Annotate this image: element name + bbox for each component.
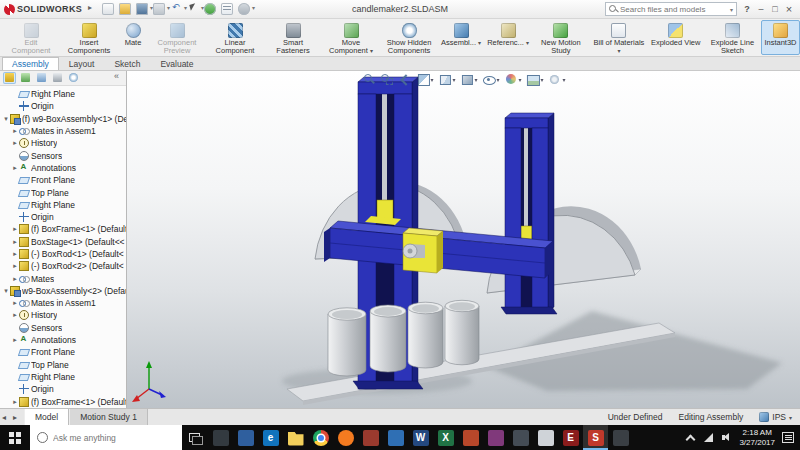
- propertymanager-tab-icon[interactable]: [19, 72, 32, 84]
- maximize-icon[interactable]: [768, 3, 782, 16]
- tree-item[interactable]: (-) BoxRod<1> (Default<: [0, 248, 126, 260]
- ribbon-button[interactable]: Instant3D: [761, 20, 799, 55]
- zoom-area-icon[interactable]: [379, 73, 393, 86]
- ribbon-button[interactable]: Move Component: [322, 20, 380, 55]
- ribbon-button[interactable]: Component Preview Window: [148, 20, 206, 55]
- configurationmanager-tab-icon[interactable]: [35, 72, 48, 84]
- tree-item[interactable]: Annotations: [0, 162, 126, 174]
- cortana-search-input[interactable]: [53, 433, 175, 443]
- rebuild-icon[interactable]: [204, 3, 216, 15]
- apply-scene-icon[interactable]: [526, 73, 544, 86]
- expand-arrow-icon[interactable]: [11, 127, 19, 135]
- save-icon[interactable]: [136, 3, 148, 15]
- expand-arrow-icon[interactable]: [11, 336, 19, 344]
- options-icon[interactable]: [238, 3, 250, 15]
- assembly-model[interactable]: [127, 71, 800, 408]
- panel-flyout-icon[interactable]: [113, 72, 123, 84]
- featuremanager-tab-icon[interactable]: [3, 72, 16, 84]
- file-properties-icon[interactable]: [221, 3, 233, 15]
- tree-item[interactable]: Origin: [0, 383, 126, 395]
- taskbar-app-button[interactable]: S: [583, 425, 608, 450]
- tree-item[interactable]: Top Plane: [0, 359, 126, 371]
- taskbar-app-button[interactable]: [383, 425, 408, 450]
- taskbar-app-button[interactable]: E: [558, 425, 583, 450]
- command-tab[interactable]: Assembly: [2, 57, 59, 70]
- tree-item[interactable]: Origin: [0, 100, 126, 112]
- tree-item[interactable]: Top Plane: [0, 186, 126, 198]
- taskbar-app-button[interactable]: [608, 425, 633, 450]
- ribbon-button[interactable]: Explode Line Sketch: [703, 20, 761, 55]
- command-tab[interactable]: Evaluate: [150, 57, 203, 70]
- taskbar-app-button[interactable]: [333, 425, 358, 450]
- view-settings-icon[interactable]: [548, 73, 566, 86]
- tray-chevron-icon[interactable]: [685, 432, 696, 443]
- ribbon-button[interactable]: Edit Component: [2, 20, 60, 55]
- ribbon-button[interactable]: Insert Components: [60, 20, 118, 55]
- tree-item[interactable]: Right Plane: [0, 88, 126, 100]
- command-tab[interactable]: Layout: [59, 57, 105, 70]
- tree-item[interactable]: Right Plane: [0, 371, 126, 383]
- taskbar-app-button[interactable]: [283, 425, 308, 450]
- previous-view-icon[interactable]: [397, 73, 411, 86]
- tree-item[interactable]: Mates in Assem1: [0, 125, 126, 137]
- expand-arrow-icon[interactable]: [11, 311, 19, 319]
- model-tab[interactable]: Motion Study 1: [69, 409, 148, 425]
- displaymanager-tab-icon[interactable]: [67, 72, 80, 84]
- tray-volume-icon[interactable]: [721, 432, 732, 443]
- zoom-fit-icon[interactable]: [361, 73, 375, 86]
- close-icon[interactable]: [782, 3, 796, 16]
- model-tabs-next-icon[interactable]: [13, 413, 22, 422]
- units-selector[interactable]: IPS: [759, 412, 792, 422]
- taskbar-app-button[interactable]: [308, 425, 333, 450]
- tree-item[interactable]: Origin: [0, 211, 126, 223]
- cans[interactable]: [328, 300, 479, 376]
- ribbon-button[interactable]: Smart Fasteners: [264, 20, 322, 55]
- tree-item[interactable]: w9-BoxAssembly<2> (Defau: [0, 285, 126, 297]
- action-center-icon[interactable]: [782, 432, 794, 443]
- expand-arrow-icon[interactable]: [11, 299, 19, 307]
- dimxpertmanager-tab-icon[interactable]: [51, 72, 64, 84]
- display-style-icon[interactable]: [459, 73, 477, 86]
- model-tab[interactable]: Model: [24, 409, 69, 425]
- taskbar-app-button[interactable]: [483, 425, 508, 450]
- expand-arrow-icon[interactable]: [11, 225, 19, 233]
- slider-block[interactable]: [403, 228, 443, 273]
- search-scope-caret-icon[interactable]: ▾: [730, 6, 733, 13]
- tree-item[interactable]: Sensors: [0, 322, 126, 334]
- expand-arrow-icon[interactable]: [11, 262, 19, 270]
- ribbon-button[interactable]: New Motion Study: [532, 20, 590, 55]
- tree-item[interactable]: Right Plane: [0, 199, 126, 211]
- minimize-icon[interactable]: [754, 3, 768, 16]
- select-icon[interactable]: [187, 3, 199, 15]
- expand-arrow-icon[interactable]: [11, 139, 19, 147]
- tree-item[interactable]: (-) BoxRod<2> (Default<: [0, 260, 126, 272]
- expand-arrow-icon[interactable]: [2, 287, 10, 295]
- solidworks-logo[interactable]: SOLIDWORKS: [4, 4, 82, 15]
- 3d-viewport[interactable]: [127, 71, 800, 408]
- task-view-button[interactable]: [182, 425, 208, 450]
- ribbon-button[interactable]: Bill of Materials: [590, 20, 648, 55]
- tree-item[interactable]: Mates: [0, 272, 126, 284]
- tree-item[interactable]: (f) w9-BoxAssembly<1> (Def: [0, 113, 126, 125]
- print-icon[interactable]: [153, 3, 165, 15]
- expand-arrow-icon[interactable]: [11, 275, 19, 283]
- expand-arrow-icon[interactable]: [11, 250, 19, 258]
- ribbon-button[interactable]: Exploded View: [648, 20, 703, 55]
- ribbon-button[interactable]: Referenc...: [484, 20, 532, 55]
- file-search-input[interactable]: [620, 5, 728, 14]
- help-icon[interactable]: [740, 3, 754, 16]
- tree-item[interactable]: (f) BoxFrame<1> (Default<<: [0, 223, 126, 235]
- taskbar-app-button[interactable]: [458, 425, 483, 450]
- tree-item[interactable]: Front Plane: [0, 174, 126, 186]
- tree-item[interactable]: (f) BoxFrame<1> (Default<: [0, 395, 126, 407]
- tree-item[interactable]: Annotations: [0, 334, 126, 346]
- tray-network-icon[interactable]: [703, 432, 714, 443]
- start-button[interactable]: [0, 425, 30, 450]
- section-view-icon[interactable]: [415, 73, 433, 86]
- open-icon[interactable]: [119, 3, 131, 15]
- taskbar-app-button[interactable]: [508, 425, 533, 450]
- expand-arrow-icon[interactable]: [11, 398, 19, 406]
- expand-arrow-icon[interactable]: [11, 164, 19, 172]
- column-right[interactable]: [501, 113, 557, 314]
- ribbon-button[interactable]: Assembl...: [438, 20, 484, 55]
